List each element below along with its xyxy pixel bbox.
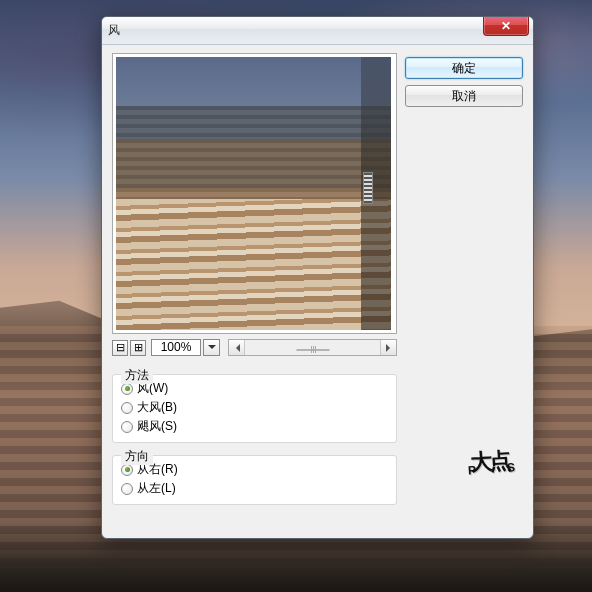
titlebar[interactable]: 风 ✕: [102, 17, 533, 45]
scroll-left-button[interactable]: [229, 340, 245, 355]
radio-icon: [121, 464, 133, 476]
preview-vscroll-grip[interactable]: [363, 172, 373, 204]
direction-option[interactable]: 从左(L): [121, 479, 388, 498]
zoom-value: 100%: [151, 339, 201, 356]
close-icon: ✕: [501, 19, 511, 33]
zoom-controls: ⊟ ⊞ 100%: [112, 339, 397, 356]
ok-button[interactable]: 确定: [405, 57, 523, 79]
method-group: 方法 风(W)大风(B)飓风(S): [112, 374, 397, 443]
radio-label: 大风(B): [137, 399, 177, 416]
scroll-right-button[interactable]: [380, 340, 396, 355]
preview-ridge: [116, 139, 391, 188]
direction-option[interactable]: 从右(R): [121, 460, 388, 479]
triangle-right-icon: [386, 344, 394, 352]
method-option[interactable]: 风(W): [121, 379, 388, 398]
radio-icon: [121, 383, 133, 395]
close-button[interactable]: ✕: [483, 16, 529, 36]
radio-icon: [121, 483, 133, 495]
cancel-button[interactable]: 取消: [405, 85, 523, 107]
zoom-out-button[interactable]: ⊟: [112, 340, 128, 356]
scroll-thumb[interactable]: [296, 349, 330, 351]
method-option[interactable]: 大风(B): [121, 398, 388, 417]
method-option[interactable]: 飓风(S): [121, 417, 388, 436]
radio-icon: [121, 421, 133, 433]
direction-group: 方向 从右(R)从左(L): [112, 455, 397, 505]
radio-label: 飓风(S): [137, 418, 177, 435]
radio-label: 从左(L): [137, 480, 176, 497]
direction-group-title: 方向: [121, 448, 153, 465]
dialog-title: 风: [108, 22, 120, 39]
preview-image[interactable]: [116, 57, 391, 330]
radio-icon: [121, 402, 133, 414]
preview-frame: [112, 53, 397, 334]
zoom-in-button[interactable]: ⊞: [130, 340, 146, 356]
left-column: ⊟ ⊞ 100% 方法 风(W)大风(B)飓风(S) 方向 从右(R)从左(: [112, 53, 397, 505]
zoom-dropdown-button[interactable]: [203, 339, 220, 356]
hscrollbar[interactable]: [228, 339, 397, 356]
wind-filter-dialog: 风 ✕ ⊟ ⊞ 100%: [101, 16, 534, 539]
triangle-left-icon: [232, 344, 240, 352]
method-group-title: 方法: [121, 367, 153, 384]
preview-ridge: [116, 106, 391, 139]
watermark: P大点S: [465, 428, 513, 486]
preview-strata: [116, 199, 391, 330]
